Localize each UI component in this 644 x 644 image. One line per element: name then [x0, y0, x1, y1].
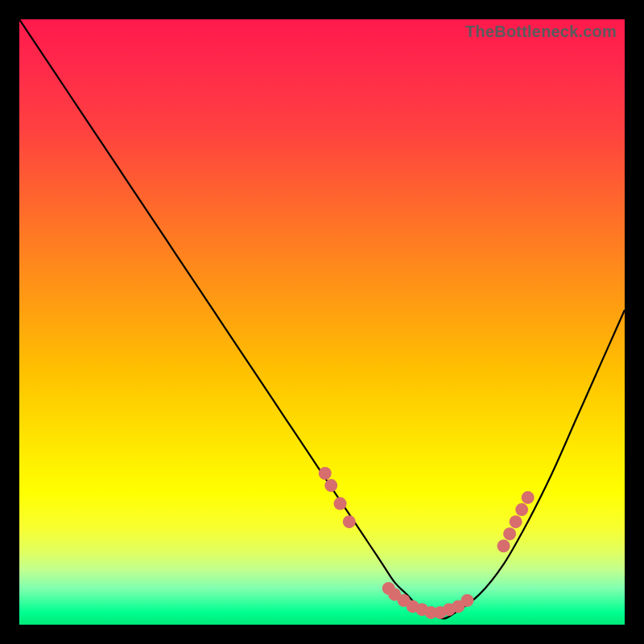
plot-area: TheBottleneck.com: [19, 19, 625, 625]
chart-container: TheBottleneck.com: [0, 0, 644, 644]
watermark-text: TheBottleneck.com: [465, 23, 617, 41]
marker-dot: [452, 600, 464, 613]
marker-dots: [319, 467, 535, 619]
marker-dot: [503, 527, 516, 540]
marker-dot: [510, 515, 522, 528]
marker-dot: [324, 479, 337, 492]
marker-dot: [497, 539, 510, 552]
marker-dot: [388, 588, 401, 601]
marker-dot: [443, 603, 456, 616]
marker-dot: [460, 594, 473, 607]
marker-dot: [415, 603, 428, 616]
marker-dot: [382, 582, 395, 595]
marker-dot: [319, 467, 332, 480]
marker-dot: [398, 594, 411, 607]
marker-dot: [407, 600, 419, 613]
marker-dot: [334, 497, 347, 510]
marker-dot: [343, 515, 356, 528]
marker-dot: [522, 491, 535, 504]
chart-svg: [19, 19, 625, 625]
marker-dot: [424, 606, 437, 619]
marker-dot: [434, 606, 447, 619]
curve-line: [19, 19, 625, 618]
marker-dot: [515, 503, 528, 516]
